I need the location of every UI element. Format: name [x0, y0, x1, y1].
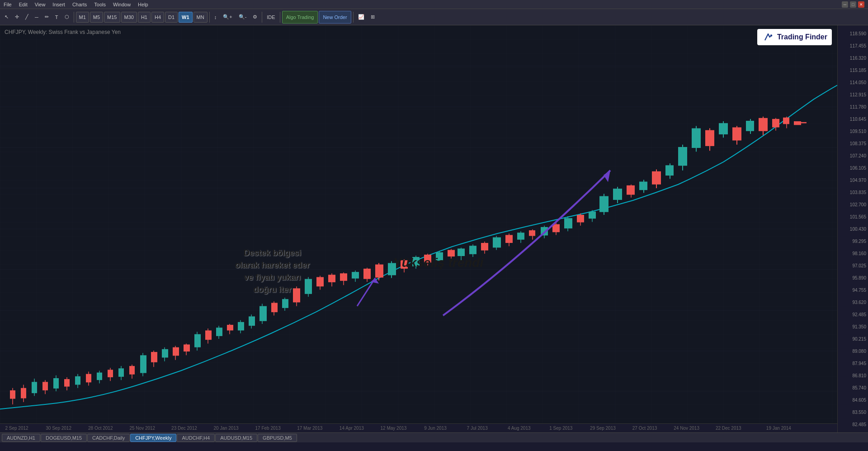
timeframe-m5[interactable]: M5 — [90, 12, 103, 23]
time-19jan: 19 Jan 2014 — [766, 426, 791, 431]
grid-btn[interactable]: ⊞ — [368, 11, 377, 24]
svg-rect-72 — [340, 273, 347, 281]
menu-edit[interactable]: Edit — [19, 2, 28, 7]
tab-audusd-m15[interactable]: AUDUSD,M15 — [215, 434, 257, 442]
tab-dogeusd-m15[interactable]: DOGEUSD,M15 — [41, 434, 87, 442]
svg-rect-84 — [412, 257, 420, 266]
menu-insert[interactable]: Insert — [52, 2, 65, 7]
menu-window[interactable]: Window — [113, 2, 131, 7]
svg-rect-146 — [794, 121, 801, 125]
svg-rect-82 — [401, 260, 408, 269]
menu-charts[interactable]: Charts — [72, 2, 87, 7]
zoom-out-btn[interactable]: 🔍- — [236, 11, 250, 24]
svg-rect-12 — [10, 390, 15, 399]
time-22dec: 22 Dec 2013 — [716, 426, 741, 431]
price-102: 100.430 — [850, 227, 866, 232]
tab-chfjpy-weekly[interactable]: CHFJPY,Weekly — [130, 434, 176, 442]
menu-view[interactable]: View — [35, 2, 46, 7]
svg-rect-118 — [613, 189, 622, 200]
price-99: 97.025 — [852, 263, 866, 268]
time-24nov: 24 Nov 2013 — [674, 426, 699, 431]
svg-rect-40 — [162, 349, 168, 358]
time-30sep: 30 Sep 2012 — [46, 426, 71, 431]
price-117: 117.455 — [850, 43, 866, 48]
zoom-in-btn[interactable]: 🔍+ — [220, 11, 235, 24]
price-89: 85.740 — [852, 385, 866, 390]
ide-btn[interactable]: IDE — [264, 11, 278, 24]
svg-rect-140 — [759, 118, 768, 131]
line-tool[interactable]: ╱ — [23, 11, 31, 24]
price-91: 87.945 — [852, 361, 866, 366]
tab-audnzd-h1[interactable]: AUDNZD,H1 — [2, 434, 40, 442]
price-87: 83.550 — [852, 410, 866, 415]
price-112: 111.780 — [850, 104, 866, 109]
time-12may: 12 May 2013 — [381, 426, 407, 431]
svg-rect-134 — [719, 123, 728, 134]
title-bar: File Edit View Insert Charts Tools Windo… — [0, 0, 868, 9]
hline-tool[interactable]: ─ — [32, 11, 41, 24]
timeframe-mn[interactable]: MN — [193, 12, 208, 23]
cursor-tool[interactable]: ↖ — [2, 11, 11, 24]
svg-rect-114 — [589, 212, 596, 219]
svg-rect-64 — [293, 288, 300, 302]
chart-area: CHFJPY, Weekly: Swiss Frank vs Japanese … — [0, 25, 868, 432]
price-104: 102.700 — [850, 202, 866, 207]
svg-rect-78 — [375, 265, 383, 278]
time-1sep: 1 Sep 2013 — [549, 426, 572, 431]
crosshair-tool[interactable]: ✛ — [12, 11, 22, 24]
timeframe-m1[interactable]: M1 — [76, 12, 89, 23]
chart-svg — [0, 25, 837, 432]
maximize-button[interactable]: □ — [850, 1, 856, 8]
time-4aug: 4 Aug 2013 — [508, 426, 531, 431]
svg-rect-24 — [75, 376, 80, 385]
time-17mar: 17 Mar 2013 — [297, 426, 322, 431]
properties-btn[interactable]: ⚙ — [250, 11, 260, 24]
logo-text: Trading Finder — [777, 33, 827, 41]
svg-rect-110 — [564, 218, 572, 228]
menu-tools[interactable]: Tools — [94, 2, 106, 7]
pencil-tool[interactable]: ✏ — [42, 11, 52, 24]
price-105: 103.835 — [850, 190, 866, 195]
chart-canvas[interactable] — [0, 25, 837, 432]
shapes-tool[interactable]: ⬡ — [62, 11, 72, 24]
svg-rect-46 — [194, 334, 201, 347]
menu-file[interactable]: File — [4, 2, 12, 7]
timeframe-m30[interactable]: M30 — [121, 12, 137, 23]
timeframe-h4[interactable]: H4 — [151, 12, 164, 23]
timeframe-h1[interactable]: H1 — [138, 12, 151, 23]
tab-gbpusd-m5[interactable]: GBPUSD,M5 — [258, 434, 297, 442]
price-114: 114.050 — [850, 80, 866, 85]
svg-rect-44 — [184, 345, 190, 352]
close-button[interactable]: ✕ — [858, 1, 864, 8]
menu-help[interactable]: Help — [138, 2, 148, 7]
svg-rect-56 — [249, 316, 255, 326]
price-100: 98.160 — [852, 251, 866, 256]
svg-rect-50 — [216, 328, 222, 336]
price-118: 118.590 — [850, 31, 866, 36]
svg-rect-138 — [746, 121, 754, 131]
chart-symbol-label: CHFJPY, Weekly: Swiss Frank vs Japanese … — [5, 29, 121, 35]
svg-rect-28 — [97, 373, 102, 380]
price-111: 110.645 — [850, 117, 866, 122]
time-7jul: 7 Jul 2013 — [467, 426, 488, 431]
svg-rect-68 — [316, 277, 324, 287]
text-tool[interactable]: T — [52, 11, 61, 24]
chart-type-btn[interactable]: ↕ — [212, 11, 220, 24]
timeframe-w1[interactable]: W1 — [179, 12, 193, 23]
tab-audchf-h4[interactable]: AUDCHF,H4 — [177, 434, 215, 442]
algo-trading-btn[interactable]: Algo Trading — [282, 11, 318, 24]
svg-rect-92 — [458, 248, 465, 256]
svg-rect-36 — [140, 355, 146, 373]
time-sep2012: 2 Sep 2012 — [5, 426, 28, 431]
tab-cadchf-daily[interactable]: CADCHF,Daily — [87, 434, 130, 442]
time-25nov: 25 Nov 2012 — [129, 426, 155, 431]
timeframe-m15[interactable]: M15 — [104, 12, 120, 23]
price-90: 86.810 — [852, 373, 866, 378]
new-order-btn[interactable]: New Order — [319, 11, 351, 24]
minimize-button[interactable]: ─ — [842, 1, 848, 8]
timeframe-d1[interactable]: D1 — [165, 12, 178, 23]
indicators-btn[interactable]: 📈 — [355, 11, 367, 24]
svg-rect-20 — [53, 378, 59, 389]
svg-rect-142 — [772, 119, 779, 128]
price-95: 92.485 — [852, 312, 866, 317]
